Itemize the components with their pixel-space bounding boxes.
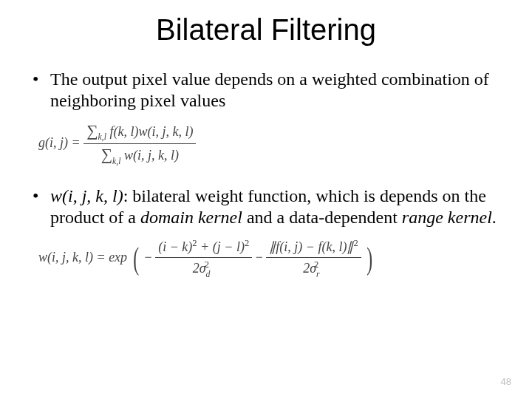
f2-b-num-pre: ∥f(i, j) − f(k, l)∥ (269, 239, 353, 254)
slide: Bilateral Filtering The output pixel val… (0, 0, 532, 399)
bullet-2-mid: and a data-dependent (242, 208, 402, 227)
f2-b-den: 2σr2 (266, 258, 361, 279)
f1-denominator: ∑k,l w(i, j, k, l) (83, 144, 196, 166)
f1-den-sub: k,l (112, 157, 120, 166)
f2-b-num-sup: 2 (353, 238, 358, 248)
bullet-2: w(i, j, k, l): bilateral weight function… (30, 185, 502, 228)
slide-title: Bilateral Filtering (0, 0, 532, 69)
bullet-2-prefix: w(i, j, k, l) (50, 186, 123, 205)
f2-a-plus: + (j − l) (197, 239, 245, 254)
formula-weight: w(i, j, k, l) = exp ( − (i − k)2 + (j − … (9, 238, 502, 279)
f2-frac-b: ∥f(i, j) − f(k, l)∥2 2σr2 (266, 238, 361, 279)
f2-a-num-1: (i − k) (158, 239, 192, 254)
f2-a-den-sup: 2 (205, 259, 209, 270)
bullet-1: The output pixel value depends on a weig… (30, 69, 502, 112)
bullet-2-suffix: . (492, 208, 497, 227)
bullet-2-em1: domain kernel (140, 208, 242, 227)
f1-fraction: ∑k,l f(k, l)w(i, j, k, l) ∑k,l w(i, j, k… (83, 122, 196, 166)
formula-output: g(i, j) = ∑k,l f(k, l)w(i, j, k, l) ∑k,l… (9, 122, 502, 166)
f2-b-num: ∥f(i, j) − f(k, l)∥2 (266, 238, 361, 258)
bullet-2-em2: range kernel (402, 208, 492, 227)
f2-minus1: − (145, 250, 152, 265)
f1-lhs: g(i, j) = (38, 135, 83, 150)
bullet-1-text: The output pixel value depends on a weig… (50, 69, 489, 110)
f1-den-rest: w(i, j, k, l) (120, 148, 179, 163)
f2-lhs: w(i, j, k, l) = exp (38, 250, 131, 265)
f2-a-sup2: 2 (245, 238, 249, 248)
f2-mid: − (256, 250, 267, 265)
f2-b-den-sub: r (316, 270, 320, 279)
f2-a-num: (i − k)2 + (j − l)2 (155, 238, 252, 258)
f2-a-den: 2σd2 (155, 258, 252, 279)
f2-a-den-pre: 2σ (193, 261, 206, 276)
f2-frac-a: (i − k)2 + (j − l)2 2σd2 (155, 238, 252, 279)
f1-den-sum: ∑ (101, 146, 112, 163)
page-number: 48 (501, 376, 511, 387)
f1-num-rest: f(k, l)w(i, j, k, l) (106, 124, 193, 139)
f1-numerator: ∑k,l f(k, l)w(i, j, k, l) (83, 122, 196, 145)
f2-b-den-sup: 2 (314, 259, 318, 270)
f1-num-sum: ∑ (86, 122, 98, 140)
bullet-list: The output pixel value depends on a weig… (30, 69, 502, 279)
f2-a-den-sub: d (206, 270, 211, 279)
slide-body: The output pixel value depends on a weig… (0, 69, 532, 279)
f1-num-sub: k,l (98, 132, 106, 142)
